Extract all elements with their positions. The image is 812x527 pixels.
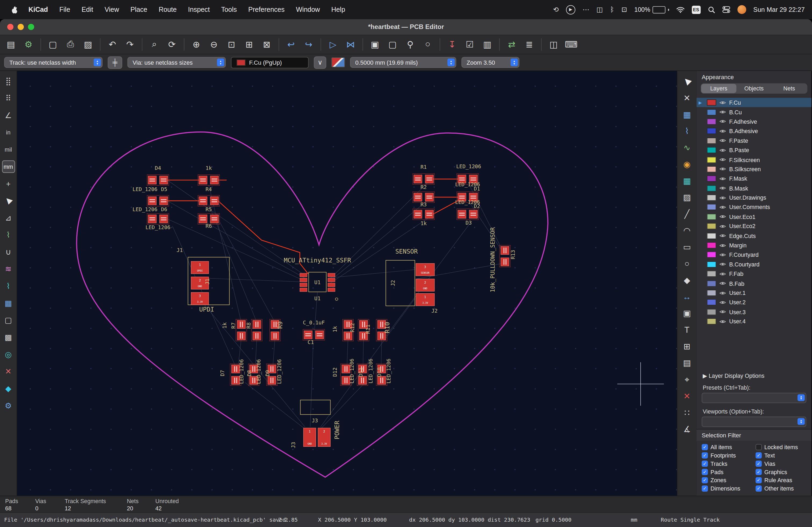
pcb-text-label[interactable]: D1 [474, 186, 480, 192]
layer-visibility-eye-icon[interactable] [719, 224, 726, 229]
footprint[interactable] [147, 175, 169, 185]
find-button[interactable]: ⌕ [147, 37, 162, 52]
layer-color-swatch[interactable] [707, 176, 716, 182]
redo-button[interactable]: ↷ [122, 37, 138, 52]
selection-tool[interactable]: ▶ [680, 75, 694, 88]
properties-button[interactable]: ⚙ [2, 400, 15, 412]
layer-row-b-adhesive[interactable]: B.Adhesive [697, 126, 811, 136]
zone-outline-button[interactable]: ▢ [2, 314, 15, 327]
layer-row-f-adhesive[interactable]: F.Adhesive [697, 117, 811, 126]
pcb-text-label[interactable]: J3 [312, 418, 318, 424]
close-window-button[interactable] [7, 24, 13, 30]
add-polygon-tool[interactable]: ◆ [680, 274, 694, 287]
pcb-text-label[interactable]: R3 [420, 201, 427, 208]
layer-row-b-courtyard[interactable]: B.Courtyard [697, 259, 811, 269]
layer-color-swatch[interactable] [707, 147, 716, 153]
pcb-text-label[interactable]: R9 [277, 321, 284, 329]
control-center-icon[interactable] [722, 6, 730, 13]
grid-stepper[interactable]: ▲▼ [447, 59, 454, 66]
layer-row-f-courtyard[interactable]: F.Courtyard [697, 250, 811, 259]
polar-coords-icon[interactable]: ∠ [2, 109, 15, 122]
pcb-text-label[interactable]: D7 [219, 370, 226, 376]
pcb-text-label[interactable]: D4 [155, 165, 161, 171]
menu-place[interactable]: Place [130, 6, 147, 13]
pcb-canvas[interactable]: U11UPDI2GND33.3V3SENSOR2GND13.3V1GND23.3… [17, 71, 677, 496]
layer-visibility-eye-icon[interactable] [719, 148, 726, 152]
filter-pads[interactable]: ✓Pads [702, 469, 756, 475]
layer-row-f-fab[interactable]: F.Fab [697, 269, 811, 278]
pcb-text-label[interactable]: LED_1206 [146, 224, 171, 230]
checkbox-rule-areas[interactable]: ✓ [756, 477, 762, 483]
highlight-nets-button[interactable]: ≋ [2, 263, 15, 275]
menu-file[interactable]: File [59, 6, 70, 13]
footprint[interactable] [413, 192, 434, 202]
checkbox-all-items[interactable]: ✓ [702, 444, 708, 450]
layer-manager-button[interactable]: ◫ [546, 37, 562, 52]
layer-row-user-3[interactable]: User.3 [697, 307, 811, 317]
layer-color-swatch[interactable] [707, 281, 716, 287]
layer-row-f-silkscreen[interactable]: F.Silkscreen [697, 155, 811, 164]
checkbox-other-items[interactable]: ✓ [756, 485, 762, 492]
pcb-text-label[interactable]: POWER [334, 421, 340, 439]
checkbox-zones[interactable]: ✓ [702, 477, 708, 483]
add-footprint-tool[interactable]: ▦ [680, 175, 694, 187]
tab-objects[interactable]: Objects [736, 84, 771, 93]
pcb-text-label[interactable]: UPDI [199, 306, 214, 313]
layer-visibility-eye-icon[interactable] [719, 234, 726, 238]
filter-all-items[interactable]: ✓All items [702, 444, 756, 450]
pcb-text-label[interactable]: 1k [221, 322, 228, 329]
pcb-text-label[interactable]: R10 [384, 322, 391, 333]
track-display-button[interactable]: ✕ [2, 365, 15, 378]
pcb-text-label[interactable]: R12 [349, 323, 356, 332]
layer-visibility-eye-icon[interactable] [719, 195, 726, 200]
pcb-text-label[interactable]: 1k [206, 165, 212, 171]
via-display-button[interactable]: ◎ [2, 348, 15, 361]
dots-status-icon[interactable]: ⋯ [582, 6, 589, 13]
layer-visibility-eye-icon[interactable] [719, 186, 726, 191]
cursor-shape-button[interactable]: + [2, 177, 15, 190]
grid-dots-alt-icon[interactable]: ⠿ [2, 92, 15, 104]
pcb-text-label[interactable]: LED_1206 [133, 186, 158, 192]
add-via-tool[interactable]: ◉ [680, 158, 694, 171]
menu-inspect[interactable]: Inspect [188, 6, 210, 13]
track-width-stepper[interactable]: ▲▼ [94, 59, 101, 66]
battery-indicator[interactable]: 100% [634, 6, 669, 13]
curved-ratsnest-button[interactable]: ⌇ [2, 280, 15, 292]
layer-visibility-eye-icon[interactable] [719, 243, 726, 248]
sync-schematic-button[interactable]: ⇄ [504, 37, 519, 52]
menu-app-name[interactable]: KiCad [28, 6, 48, 13]
apple-menu-icon[interactable] [11, 6, 17, 13]
layer-color-swatch[interactable] [707, 271, 716, 277]
track-width-edit-button[interactable]: ╪ [108, 56, 122, 69]
menu-route[interactable]: Route [159, 6, 177, 13]
pcb-text-label[interactable]: 1k [420, 220, 427, 226]
drc-checklist-button[interactable]: ≣ [521, 37, 537, 52]
layer-color-swatch[interactable] [707, 223, 716, 229]
layer-visibility-eye-icon[interactable] [719, 291, 726, 295]
zoom-out-button[interactable]: ⊖ [206, 37, 222, 52]
layer-color-swatch[interactable] [707, 204, 716, 210]
screen-mirroring-icon[interactable]: ⊡ [621, 6, 627, 13]
units-mils-button[interactable]: mil [2, 143, 15, 156]
menu-help[interactable]: Help [331, 6, 345, 13]
layer-color-swatch[interactable] [707, 299, 716, 305]
route-tracks-tool[interactable]: ⌇ [680, 125, 694, 138]
refresh-button[interactable]: ⟳ [164, 37, 180, 52]
menu-tools[interactable]: Tools [221, 6, 237, 13]
filter-footprints[interactable]: ✓Footprints [702, 452, 756, 458]
ungroup-button[interactable]: ▢ [385, 37, 400, 52]
footprint[interactable] [413, 209, 434, 220]
pcb-drawing[interactable]: U11UPDI2GND33.3V3SENSOR2GND13.3V1GND23.3… [17, 71, 677, 496]
layer-row-f-cu[interactable]: ▶F.Cu [697, 98, 811, 107]
window-layout-icon[interactable]: ◫ [597, 6, 603, 13]
layer-visibility-eye-icon[interactable] [719, 253, 726, 257]
footprint[interactable] [499, 245, 510, 267]
window-title-bar[interactable]: *heartbeat — PCB Editor [0, 19, 812, 35]
pcb-text-label[interactable]: MCU_ATtiny412_SSFR [284, 257, 351, 264]
pcb-text-label[interactable]: J3 [290, 442, 296, 448]
layer-color-swatch[interactable] [707, 318, 716, 325]
minimize-window-button[interactable] [18, 24, 24, 30]
track-width-select[interactable]: Track: use netclass width ▲▼ [4, 57, 102, 67]
layer-visibility-eye-icon[interactable] [719, 129, 726, 133]
filter-other-items[interactable]: ✓Other items [756, 485, 810, 492]
